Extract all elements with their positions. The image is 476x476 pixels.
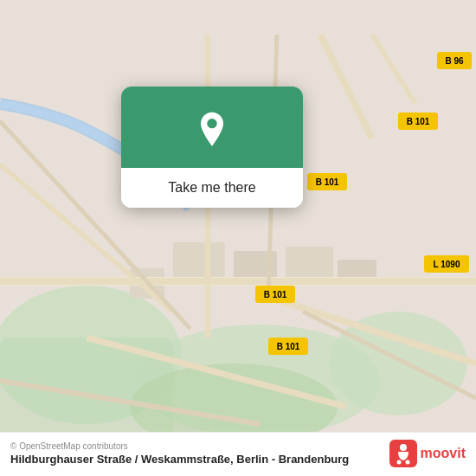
svg-text:B 101: B 101 xyxy=(277,342,300,351)
svg-text:B 96: B 96 xyxy=(445,56,464,66)
svg-point-35 xyxy=(207,119,216,128)
svg-text:B 101: B 101 xyxy=(264,290,287,299)
svg-text:B 101: B 101 xyxy=(407,117,430,126)
svg-rect-6 xyxy=(173,242,225,277)
svg-point-39 xyxy=(405,460,409,465)
svg-text:L 1090: L 1090 xyxy=(434,260,460,269)
svg-point-38 xyxy=(396,460,401,465)
svg-point-37 xyxy=(400,444,407,451)
svg-point-3 xyxy=(329,312,467,415)
popup-card: Take me there xyxy=(121,87,303,208)
moovit-text-label: moovit xyxy=(421,446,466,461)
bottom-bar: © OpenStreetMap contributors Hildburghau… xyxy=(0,432,476,476)
take-me-there-button[interactable]: Take me there xyxy=(121,168,303,208)
popup-header xyxy=(121,87,303,168)
svg-rect-8 xyxy=(286,247,333,280)
svg-text:B 101: B 101 xyxy=(316,177,339,187)
map-background: B 101 B 101 B 96 B 101 B 101 L 1090 xyxy=(0,0,476,476)
location-pin-icon xyxy=(193,111,231,149)
location-name-label: Hildburghauser Straße / Weskammstraße, B… xyxy=(10,453,349,466)
osm-attribution: © OpenStreetMap contributors xyxy=(10,441,349,451)
moovit-logo: moovit xyxy=(389,440,466,467)
moovit-icon xyxy=(389,440,417,467)
bottom-left-info: © OpenStreetMap contributors Hildburghau… xyxy=(10,441,349,466)
map-container: B 101 B 101 B 96 B 101 B 101 L 1090 Take… xyxy=(0,0,476,476)
